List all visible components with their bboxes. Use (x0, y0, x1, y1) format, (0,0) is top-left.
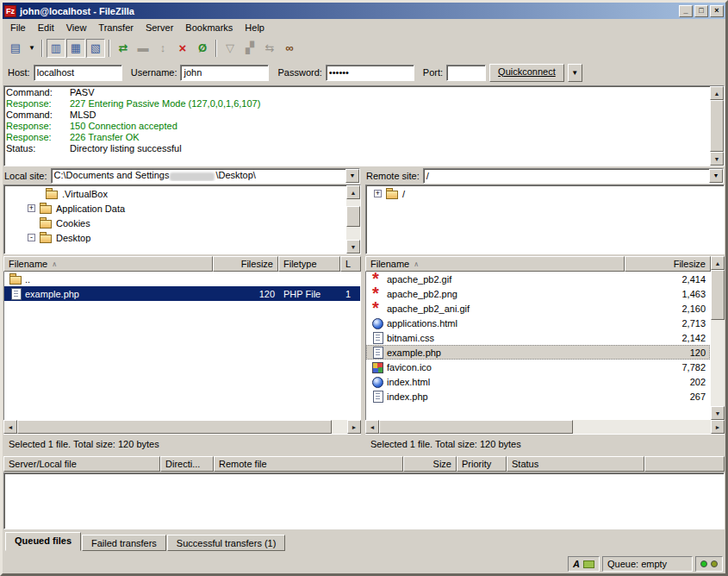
toggle-transfer-queue-icon[interactable]: ▬ (134, 39, 152, 58)
quickconnect-dropdown-icon[interactable]: ▼ (568, 64, 582, 82)
scroll-right-icon[interactable]: ► (347, 420, 361, 434)
column-header-size[interactable]: Size (403, 456, 457, 472)
file-row[interactable]: index.html202 (366, 374, 710, 389)
local-site-dropdown-icon[interactable]: ▼ (345, 169, 359, 183)
tree-item-desktop[interactable]: -Desktop (5, 230, 345, 245)
scroll-down-icon[interactable]: ▼ (711, 406, 725, 420)
remote-site-combo[interactable]: / ▼ (423, 168, 724, 184)
column-header-modified[interactable]: L (340, 256, 361, 272)
site-manager-icon[interactable]: ▤ (6, 39, 25, 58)
toggle-remote-treeview-icon[interactable]: ▧ (86, 39, 105, 58)
scroll-down-icon[interactable]: ▼ (710, 152, 724, 166)
column-header-status[interactable]: Status (507, 456, 644, 472)
host-input[interactable] (34, 65, 122, 81)
filesize-cell: 202 (624, 377, 710, 387)
column-header-filesize[interactable]: Filesize (625, 256, 711, 272)
toggle-message-log-icon[interactable]: ▥ (47, 39, 65, 58)
menu-edit[interactable]: Edit (32, 20, 60, 35)
column-header-direction[interactable]: Directi... (160, 456, 214, 472)
menu-view[interactable]: View (60, 20, 93, 35)
disconnect-icon[interactable]: Ø (193, 39, 212, 58)
tree-item-cookies[interactable]: Cookies (5, 216, 345, 230)
log-scrollbar[interactable]: ▲ ▼ (710, 86, 724, 166)
file-row[interactable]: apache_pb2_ani.gif2,160 (366, 301, 710, 316)
column-header-filetype[interactable]: Filetype (278, 256, 340, 272)
expand-icon[interactable]: + (28, 204, 35, 212)
remote-horizontal-scrollbar[interactable]: ◄ ► (365, 420, 725, 434)
synchronized-browsing-icon[interactable]: ⇆ (260, 39, 279, 58)
remote-site-dropdown-icon[interactable]: ▼ (709, 169, 723, 183)
scroll-left-icon[interactable]: ◄ (3, 420, 17, 434)
username-label: Username: (131, 67, 177, 78)
tree-item-virtualbox[interactable]: .VirtualBox (5, 186, 345, 201)
file-row-selected[interactable]: example.php120 (366, 345, 710, 360)
close-button[interactable]: × (710, 5, 724, 17)
menu-bookmarks[interactable]: Bookmarks (179, 20, 239, 35)
local-horizontal-scrollbar[interactable]: ◄ ► (3, 420, 361, 434)
remote-list-scrollbar[interactable]: ▲ ▼ (711, 256, 725, 420)
directory-comparison-icon[interactable]: ▞ (240, 39, 259, 58)
filename-cell: example.php (25, 289, 79, 299)
toggle-local-treeview-icon[interactable]: ▦ (66, 39, 85, 58)
tree-item-label: Cookies (56, 218, 90, 229)
file-row[interactable]: favicon.ico7,782 (366, 360, 710, 374)
maximize-button[interactable]: □ (694, 5, 708, 17)
scrollbar-thumb[interactable] (711, 270, 725, 320)
file-row[interactable]: apache_pb2.png1,463 (366, 286, 710, 301)
port-input[interactable] (446, 65, 486, 81)
scrollbar-thumb[interactable] (379, 420, 573, 434)
scroll-up-icon[interactable]: ▲ (711, 256, 725, 270)
toolbar: ▤ ▼ ▥ ▦ ▧ ⇄ ▬ ↕ × Ø ▽ ▞ ⇆ ∞ (3, 36, 725, 59)
local-site-combo[interactable]: C:\Documents and Settings\Desktop\ ▼ (51, 168, 360, 184)
filesize-cell: 120 (214, 289, 279, 299)
log-line: Status:Directory listing successful (6, 143, 708, 154)
username-input[interactable] (180, 65, 269, 81)
scroll-up-icon[interactable]: ▲ (346, 185, 360, 199)
scroll-left-icon[interactable]: ◄ (365, 420, 379, 434)
expand-icon[interactable]: + (374, 190, 382, 197)
file-row-parent-dir[interactable]: .. (4, 272, 360, 286)
quickconnect-button[interactable]: Quickconnect (489, 64, 564, 82)
local-path: C:\Documents and Settings\Desktop\ (52, 170, 345, 180)
column-header-server-local-file[interactable]: Server/Local file (3, 456, 160, 472)
minimize-button[interactable]: _ (679, 5, 693, 17)
password-input[interactable] (326, 65, 414, 81)
column-header-remote-file[interactable]: Remote file (214, 456, 403, 472)
menu-help[interactable]: Help (239, 20, 271, 35)
menu-file[interactable]: File (4, 20, 32, 35)
tree-item-application-data[interactable]: +Application Data (5, 201, 345, 216)
cancel-operation-icon[interactable]: × (173, 39, 192, 58)
scrollbar-thumb[interactable] (710, 100, 724, 152)
menu-server[interactable]: Server (140, 20, 179, 35)
filename-filters-icon[interactable]: ▽ (221, 39, 240, 58)
log-line: Response:150 Connection accepted (6, 121, 708, 132)
file-row[interactable]: apache_pb2.gif2,414 (366, 272, 710, 286)
file-row[interactable]: applications.html2,713 (366, 316, 710, 330)
column-header-filename[interactable]: Filename∧ (365, 256, 625, 272)
scrollbar-thumb[interactable] (17, 420, 332, 434)
scroll-right-icon[interactable]: ► (711, 420, 725, 434)
collapse-icon[interactable]: - (28, 234, 35, 241)
file-row[interactable]: bitnami.css2,142 (366, 330, 710, 345)
find-files-icon[interactable]: ∞ (280, 39, 299, 58)
scroll-up-icon[interactable]: ▲ (710, 86, 724, 100)
column-header-filename[interactable]: Filename∧ (3, 256, 213, 272)
tab-successful-transfers[interactable]: Successful transfers (1) (167, 535, 286, 551)
filesize-cell: 267 (624, 391, 710, 402)
tab-queued-files[interactable]: Queued files (5, 532, 81, 551)
file-row-example-php[interactable]: example.php 120 PHP File 1 (4, 286, 360, 301)
scroll-down-icon[interactable]: ▼ (346, 240, 360, 254)
tab-failed-transfers[interactable]: Failed transfers (82, 535, 166, 551)
local-tree-scrollbar[interactable]: ▲ ▼ (346, 185, 360, 254)
site-manager-dropdown-icon[interactable]: ▼ (26, 39, 38, 58)
transfer-queue-list[interactable] (3, 473, 725, 529)
file-row[interactable]: index.php267 (366, 389, 710, 404)
tree-item-root[interactable]: +/ (367, 186, 709, 201)
column-header-priority[interactable]: Priority (457, 456, 507, 472)
scrollbar-thumb[interactable] (346, 206, 360, 227)
menu-transfer[interactable]: Transfer (92, 20, 140, 35)
column-header-filesize[interactable]: Filesize (213, 256, 278, 272)
process-queue-icon[interactable]: ↕ (153, 39, 172, 58)
activity-led-recv-icon (700, 560, 707, 567)
refresh-icon[interactable]: ⇄ (114, 39, 133, 58)
